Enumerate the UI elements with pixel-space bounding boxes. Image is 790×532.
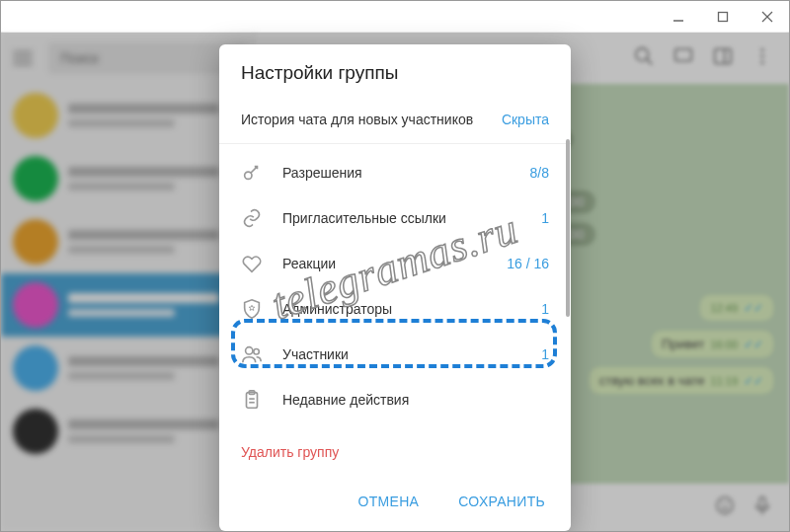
scroll-thumb[interactable]	[566, 139, 570, 317]
row-label: Участники	[282, 346, 521, 362]
key-icon	[241, 162, 263, 184]
window-titlebar	[1, 1, 789, 33]
group-settings-dialog: Настройки группы История чата для новых …	[219, 44, 571, 531]
reactions-row[interactable]: Реакции 16 / 16	[219, 241, 571, 286]
row-value: 16 / 16	[507, 256, 549, 271]
row-label: Реакции	[282, 256, 487, 271]
users-icon	[241, 343, 263, 365]
members-row[interactable]: Участники 1	[219, 332, 571, 377]
svg-rect-1	[718, 12, 727, 21]
close-button[interactable]	[745, 1, 789, 33]
row-value: 1	[541, 346, 549, 362]
heart-icon	[241, 253, 263, 274]
recent-actions-row[interactable]: Недавние действия	[219, 377, 571, 422]
admins-row[interactable]: Администраторы 1	[219, 286, 571, 332]
row-value: 1	[541, 210, 549, 226]
dialog-title: Настройки группы	[219, 44, 571, 98]
link-icon	[241, 207, 263, 229]
row-label: Недавние действия	[282, 392, 529, 408]
cancel-button[interactable]: ОТМЕНА	[341, 484, 437, 519]
maximize-button[interactable]	[700, 1, 745, 33]
shield-star-icon	[241, 298, 263, 320]
history-label: История чата для новых участников	[241, 112, 473, 127]
dialog-buttons: ОТМЕНА СОХРАНИТЬ	[219, 476, 571, 531]
save-button[interactable]: СОХРАНИТЬ	[440, 484, 563, 519]
row-label: Пригласительные ссылки	[282, 210, 521, 226]
row-label: Разрешения	[282, 165, 511, 181]
svg-point-21	[246, 347, 253, 354]
row-value: 8/8	[530, 165, 549, 181]
svg-point-22	[254, 349, 260, 355]
svg-point-20	[245, 172, 252, 179]
dialog-scrollbar[interactable]	[565, 44, 571, 478]
clipboard-icon	[241, 389, 263, 411]
delete-group-button[interactable]: Удалить группу	[219, 428, 571, 476]
row-label: Администраторы	[282, 301, 521, 317]
invite-links-row[interactable]: Пригласительные ссылки 1	[219, 195, 571, 241]
history-row[interactable]: История чата для новых участников Скрыта	[219, 98, 571, 144]
permissions-row[interactable]: Разрешения 8/8	[219, 150, 571, 195]
minimize-button[interactable]	[656, 1, 700, 33]
modal-overlay: Настройки группы История чата для новых …	[1, 33, 789, 531]
history-value: Скрыта	[502, 112, 549, 127]
row-value: 1	[541, 301, 549, 317]
